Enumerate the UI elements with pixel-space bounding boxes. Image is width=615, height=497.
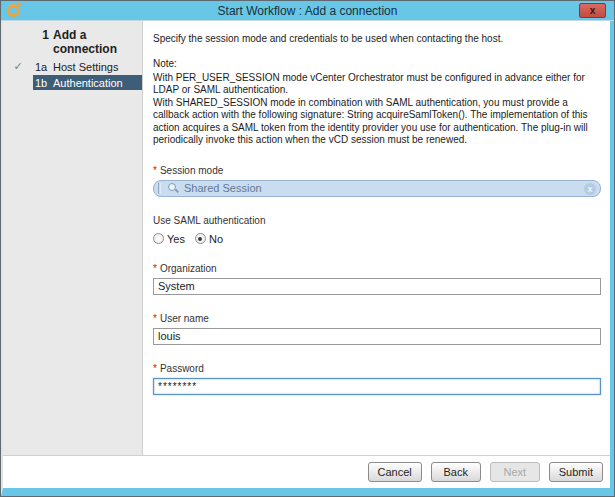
- step-label: Host Settings: [53, 61, 118, 73]
- required-marker: *: [153, 165, 157, 176]
- step-group-header: 1 Add a connection: [3, 26, 142, 58]
- radio-unchecked-icon[interactable]: [153, 233, 164, 244]
- password-label: *Password: [153, 363, 601, 374]
- saml-option-yes[interactable]: Yes: [153, 233, 185, 245]
- step-group-number: 1: [33, 28, 53, 56]
- username-field[interactable]: [153, 328, 601, 345]
- combo-grip-icon: [158, 183, 161, 194]
- dialog-footer: Cancel Back Next Submit: [3, 455, 610, 488]
- next-button: Next: [490, 462, 540, 482]
- clear-selection-icon[interactable]: x: [584, 183, 596, 195]
- saml-yes-label: Yes: [167, 233, 185, 245]
- step-number: 1b: [33, 77, 53, 89]
- title-bar: Start Workflow : Add a connection x: [1, 1, 614, 21]
- radio-checked-icon[interactable]: [195, 233, 206, 244]
- organization-field[interactable]: [153, 278, 601, 295]
- close-button[interactable]: x: [579, 3, 606, 18]
- saml-label: Use SAML authentication: [153, 215, 601, 226]
- required-marker: *: [153, 313, 157, 324]
- dialog-frame: 1 Add a connection ✓ 1a Host Settings 1b…: [1, 21, 614, 496]
- session-mode-group: *Session mode Shared Session x: [153, 165, 601, 197]
- note-line: With PER_USER_SESSION mode vCenter Orche…: [153, 72, 601, 97]
- saml-radio-row: Yes No: [153, 233, 601, 245]
- username-label: *User name: [153, 313, 601, 324]
- step-completed-check-icon: ✓: [3, 60, 33, 73]
- submit-button[interactable]: Submit: [549, 462, 603, 482]
- intro-text: Specify the session mode and credentials…: [153, 33, 601, 44]
- dialog-body: 1 Add a connection ✓ 1a Host Settings 1b…: [3, 21, 610, 455]
- note-line: With SHARED_SESSION mode in combination …: [153, 97, 601, 147]
- saml-group: Use SAML authentication Yes No: [153, 215, 601, 245]
- sidebar-item-host-settings[interactable]: ✓ 1a Host Settings: [3, 59, 142, 74]
- required-marker: *: [153, 263, 157, 274]
- password-field[interactable]: [153, 378, 601, 395]
- saml-no-label: No: [209, 233, 223, 245]
- form-panel: Specify the session mode and credentials…: [143, 21, 610, 455]
- username-group: *User name: [153, 313, 601, 345]
- window-title: Start Workflow : Add a connection: [1, 4, 614, 18]
- saml-option-no[interactable]: No: [195, 233, 223, 245]
- back-button[interactable]: Back: [431, 462, 481, 482]
- note-title: Note:: [153, 58, 601, 71]
- step-label: Authentication: [53, 77, 123, 89]
- cancel-button[interactable]: Cancel: [368, 462, 422, 482]
- step-group-label: Add a connection: [53, 28, 142, 56]
- wizard-steps-sidebar: 1 Add a connection ✓ 1a Host Settings 1b…: [3, 21, 143, 455]
- organization-group: *Organization: [153, 263, 601, 295]
- session-mode-value: Shared Session: [184, 182, 262, 194]
- workflow-dialog: Start Workflow : Add a connection x 1 Ad…: [0, 0, 615, 497]
- note-block: Note: With PER_USER_SESSION mode vCenter…: [153, 58, 601, 147]
- step-number: 1a: [33, 61, 53, 73]
- session-mode-label: *Session mode: [153, 165, 601, 176]
- organization-label: *Organization: [153, 263, 601, 274]
- required-marker: *: [153, 363, 157, 374]
- password-group: *Password: [153, 363, 601, 395]
- session-mode-combobox[interactable]: Shared Session x: [153, 180, 601, 197]
- sidebar-item-authentication[interactable]: 1b Authentication: [3, 75, 142, 90]
- search-icon: [167, 182, 179, 194]
